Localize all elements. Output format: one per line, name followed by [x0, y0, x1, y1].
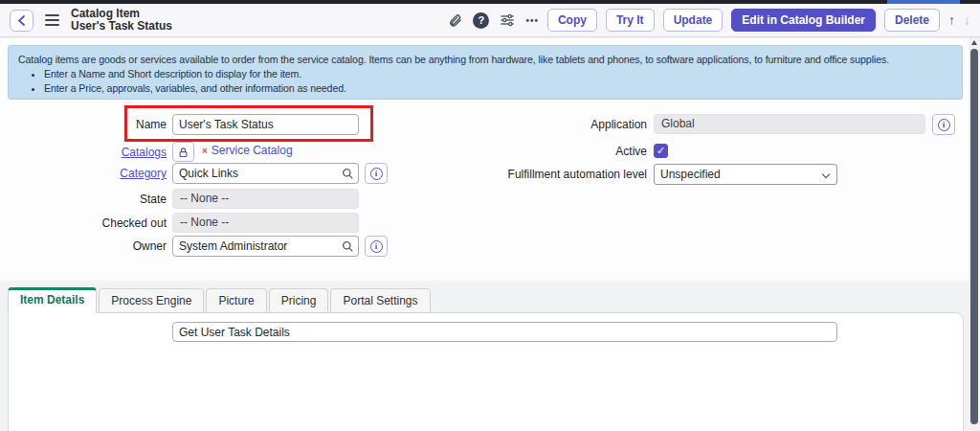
header-left-group: Catalog Item User's Task Status	[10, 8, 172, 33]
state-label: State	[0, 189, 167, 210]
application-label: Application	[402, 114, 647, 135]
name-input[interactable]	[172, 114, 359, 135]
tab-item-details[interactable]: Item Details	[8, 287, 97, 313]
page-title: Catalog Item User's Task Status	[71, 8, 172, 33]
lock-icon	[178, 147, 189, 158]
checked-out-field: -- None --	[172, 213, 359, 233]
application-info-button[interactable]: i	[932, 114, 955, 135]
info-icon: i	[938, 119, 950, 131]
catalog-item-form-screen: Catalog Item User's Task Status ? ••• Co…	[0, 0, 980, 431]
attachment-icon[interactable]	[445, 11, 464, 30]
active-label: Active	[402, 141, 647, 162]
more-options-icon[interactable]: •••	[525, 15, 539, 26]
edit-in-catalog-builder-button[interactable]: Edit in Catalog Builder	[731, 9, 876, 32]
state-field: -- None --	[172, 189, 359, 209]
info-banner: Catalog items are goods or services avai…	[8, 45, 963, 100]
owner-label: Owner	[0, 236, 167, 257]
next-record-icon: ↓	[964, 12, 970, 28]
personalize-form-icon[interactable]	[498, 11, 517, 30]
fulfillment-automation-level-label: Fulfillment automation level	[402, 164, 647, 185]
delete-button[interactable]: Delete	[884, 9, 940, 32]
form-header: Catalog Item User's Task Status ? ••• Co…	[0, 4, 980, 37]
help-icon[interactable]: ?	[473, 12, 489, 29]
catalogs-value: × Service Catalog	[202, 144, 293, 157]
back-button[interactable]	[10, 10, 33, 32]
active-checkbox[interactable]: ✓	[654, 144, 668, 158]
chevron-down-icon	[822, 170, 830, 178]
name-label: Name	[0, 114, 167, 135]
tab-portal-settings[interactable]: Portal Settings	[330, 288, 430, 313]
catalogs-link[interactable]: Catalogs	[122, 146, 167, 159]
info-icon: i	[370, 168, 383, 180]
form-context-menu-icon[interactable]	[45, 14, 59, 26]
remove-catalog-icon[interactable]: ×	[202, 146, 208, 156]
record-name-title: User's Task Status	[71, 20, 172, 33]
info-banner-bullet: Enter a Name and Short description to di…	[44, 67, 952, 81]
try-it-button[interactable]: Try It	[606, 9, 655, 32]
tab-picture[interactable]: Picture	[206, 288, 266, 313]
chevron-left-icon	[17, 15, 26, 26]
short-description-input[interactable]	[172, 322, 837, 342]
catalogs-lock-button[interactable]	[172, 142, 194, 162]
category-link[interactable]: Category	[120, 167, 167, 180]
category-info-button[interactable]: i	[365, 163, 388, 184]
owner-input[interactable]	[172, 236, 338, 257]
copy-button[interactable]: Copy	[547, 9, 597, 32]
form-tabs: Item Details Process Engine Picture Pric…	[8, 287, 433, 313]
category-search-button[interactable]	[337, 163, 359, 184]
owner-search-button[interactable]	[337, 236, 359, 257]
tab-process-engine[interactable]: Process Engine	[99, 288, 204, 313]
update-button[interactable]: Update	[663, 9, 724, 32]
info-banner-intro: Catalog items are goods or services avai…	[18, 53, 952, 67]
search-icon	[342, 240, 354, 253]
fulfillment-automation-level-select[interactable]: Unspecified	[654, 164, 837, 185]
header-right-group: ? ••• Copy Try It Update Edit in Catalog…	[445, 9, 970, 32]
info-banner-bullet: Enter a Price, approvals, variables, and…	[44, 81, 952, 96]
search-icon	[342, 168, 354, 180]
vertical-scrollbar[interactable]	[969, 37, 980, 431]
service-catalog-link[interactable]: Service Catalog	[212, 144, 293, 157]
previous-record-icon[interactable]: ↑	[948, 12, 955, 28]
scrollbar-up-arrow[interactable]	[971, 40, 977, 45]
scrollbar-thumb[interactable]	[970, 49, 978, 424]
owner-info-button[interactable]: i	[365, 236, 388, 257]
category-input[interactable]	[172, 163, 338, 184]
application-field: Global	[654, 114, 925, 134]
info-icon: i	[370, 240, 383, 253]
tab-pricing[interactable]: Pricing	[269, 288, 329, 313]
checked-out-label: Checked out	[0, 213, 167, 234]
